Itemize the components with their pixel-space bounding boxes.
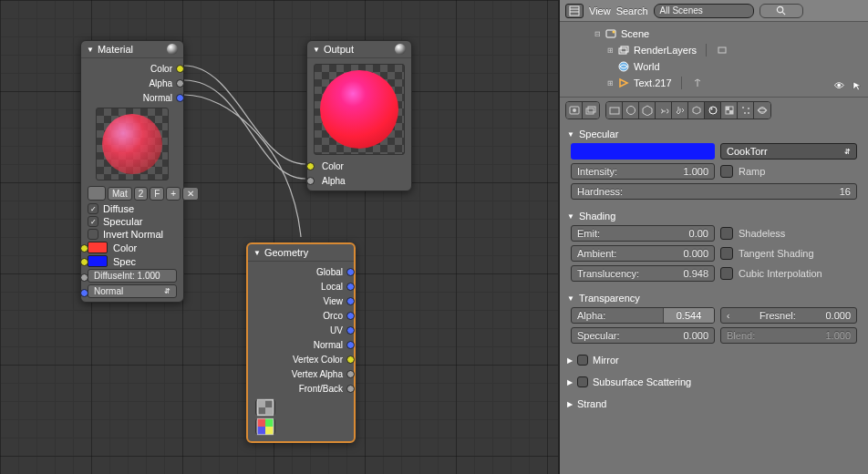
input-diffint-socket[interactable]: DiffuseInt: 1.000 xyxy=(85,268,180,283)
specular-color-field[interactable] xyxy=(571,143,715,160)
collapse-icon[interactable]: ▼ xyxy=(567,130,574,139)
material-unlink-button[interactable]: ✕ xyxy=(182,187,199,201)
properties-context-tabs[interactable] xyxy=(560,98,868,123)
view-menu[interactable]: View xyxy=(589,5,611,16)
output-local-socket[interactable]: Local xyxy=(252,279,350,294)
editor-type-icon[interactable] xyxy=(565,4,584,18)
panel-transparency-header[interactable]: ▼ Transparency xyxy=(565,291,863,305)
output-normal-socket[interactable]: Normal xyxy=(85,90,180,105)
cubic-checkbox[interactable]: Cubic Interpolation xyxy=(720,265,857,282)
tangent-shading-checkbox[interactable]: Tangent Shading xyxy=(720,245,857,262)
expand-icon[interactable]: ⊞ xyxy=(607,79,614,88)
tab-world[interactable] xyxy=(623,102,639,118)
input-color-socket[interactable]: Color xyxy=(311,159,408,173)
tab-physics[interactable] xyxy=(754,102,770,118)
collapse-icon[interactable]: ▼ xyxy=(567,212,574,221)
panel-mirror-header[interactable]: ▶ Mirror xyxy=(565,353,863,367)
input-color-socket[interactable]: Color xyxy=(85,241,180,254)
panel-shading-header[interactable]: ▼ Shading xyxy=(565,209,863,223)
collapse-icon[interactable]: ▼ xyxy=(87,46,94,54)
input-normal-socket[interactable]: Normal ⇵ xyxy=(85,283,180,299)
tab-object[interactable] xyxy=(639,102,656,118)
mirror-enable-checkbox[interactable] xyxy=(577,355,588,366)
output-global-socket[interactable]: Global xyxy=(252,264,350,279)
svg-line-12 xyxy=(782,12,785,15)
node-geometry[interactable]: ▼ Geometry Global Local View Orco UV Nor… xyxy=(246,242,356,443)
specular-ramp-checkbox[interactable]: Ramp xyxy=(720,163,857,180)
input-spec-socket[interactable]: Spec xyxy=(85,254,180,268)
material-add-button[interactable]: + xyxy=(166,187,181,201)
material-fakeuser-button[interactable]: F xyxy=(150,187,164,201)
specular-intensity-field[interactable]: Intensity: 1.000 xyxy=(571,163,715,180)
visibility-icon[interactable] xyxy=(834,80,844,93)
node-editor[interactable]: ▼ Material Color Alpha Normal xyxy=(0,0,558,474)
output-color-socket[interactable]: Color xyxy=(85,61,180,76)
tab-renderlayers[interactable] xyxy=(583,102,599,118)
expand-icon[interactable]: ⊞ xyxy=(607,46,614,55)
data-link-icon[interactable] xyxy=(691,77,704,89)
tab-modifiers[interactable] xyxy=(672,102,688,118)
node-header[interactable]: ▼ Output xyxy=(307,41,411,58)
material-name-field[interactable]: Mat xyxy=(108,187,132,201)
specular-model-dropdown[interactable]: CookTorr ⇵ xyxy=(720,143,857,160)
tab-particles[interactable] xyxy=(738,102,754,118)
expand-icon[interactable]: ⊟ xyxy=(594,30,601,38)
output-alpha-socket[interactable]: Alpha xyxy=(85,76,180,90)
material-icon[interactable] xyxy=(88,186,106,201)
tab-data[interactable] xyxy=(688,102,705,118)
collapse-icon[interactable]: ▼ xyxy=(567,294,574,303)
node-material[interactable]: ▼ Material Color Alpha Normal xyxy=(80,40,184,303)
specular-checkbox[interactable]: ✓Specular xyxy=(85,215,180,228)
invert-normal-checkbox[interactable]: Invert Normal xyxy=(85,228,180,241)
output-frontback-socket[interactable]: Front/Back xyxy=(252,381,350,396)
shadeless-checkbox[interactable]: Shadeless xyxy=(720,225,857,242)
output-normal-socket[interactable]: Normal xyxy=(252,337,350,352)
ambient-field[interactable]: Ambient: 0.000 xyxy=(571,245,715,262)
material-datablock-row[interactable]: Mat 2 F + ✕ xyxy=(85,184,180,202)
node-header[interactable]: ▼ Material xyxy=(81,41,183,58)
renderlayer-link-icon[interactable] xyxy=(716,44,728,57)
output-vcolor-socket[interactable]: Vertex Color xyxy=(252,352,350,366)
sss-enable-checkbox[interactable] xyxy=(577,376,588,387)
emit-field[interactable]: Emit: 0.00 xyxy=(571,225,715,242)
node-output[interactable]: ▼ Output Color Alpha xyxy=(306,40,412,191)
diffuse-int-field[interactable]: DiffuseInt: 1.000 xyxy=(88,269,177,283)
tab-constraints[interactable] xyxy=(656,102,672,118)
transparency-specular-field[interactable]: Specular: 0.000 xyxy=(571,327,715,344)
tab-texture[interactable] xyxy=(721,102,738,118)
output-view-socket[interactable]: View xyxy=(252,294,350,308)
translucency-field[interactable]: Translucency: 0.948 xyxy=(571,265,715,282)
panel-specular-header[interactable]: ▼ Specular xyxy=(565,127,863,141)
diffuse-checkbox[interactable]: ✓Diffuse xyxy=(85,202,180,215)
outliner[interactable]: ⊟ Scene ⊞ RenderLayers ⊞ World ⊞ Text.21… xyxy=(560,22,868,98)
material-users-button[interactable]: 2 xyxy=(134,187,149,201)
specular-hardness-field[interactable]: Hardness: 16 xyxy=(571,183,857,200)
output-uv-socket[interactable]: UV xyxy=(252,323,350,337)
alpha-field[interactable]: Alpha: 0.544 xyxy=(571,307,715,324)
output-orco-socket[interactable]: Orco xyxy=(252,308,350,323)
collapse-icon[interactable]: ▼ xyxy=(313,46,320,54)
vcolor-layer-picker[interactable] xyxy=(255,418,275,435)
output-valpha-socket[interactable]: Vertex Alpha xyxy=(252,366,350,381)
search-menu[interactable]: Search xyxy=(616,5,648,16)
uv-layer-picker[interactable] xyxy=(255,399,275,416)
panel-sss-header[interactable]: ▶ Subsurface Scattering xyxy=(565,375,863,389)
tab-material[interactable] xyxy=(705,102,721,118)
node-header[interactable]: ▼ Geometry xyxy=(248,244,354,262)
panel-strand-header[interactable]: ▶ Strand xyxy=(565,397,863,411)
expand-icon[interactable]: ▶ xyxy=(567,400,573,408)
input-alpha-socket[interactable]: Alpha xyxy=(311,173,408,188)
outliner-scene-row[interactable]: ⊟ Scene xyxy=(594,26,863,42)
outliner-text-row[interactable]: ⊞ Text.217 xyxy=(594,75,863,91)
fresnel-field[interactable]: ‹ Fresnel: 0.000 xyxy=(720,307,857,324)
expand-icon[interactable]: ▶ xyxy=(567,356,573,365)
tab-render[interactable] xyxy=(566,102,583,118)
outliner-renderlayers-row[interactable]: ⊞ RenderLayers xyxy=(594,42,863,58)
tab-scene[interactable] xyxy=(606,102,623,118)
collapse-icon[interactable]: ▼ xyxy=(253,249,261,257)
normal-dropdown[interactable]: Normal ⇵ xyxy=(88,284,177,298)
search-button[interactable] xyxy=(760,4,803,18)
scene-filter-dropdown[interactable]: All Scenes xyxy=(654,4,754,18)
expand-icon[interactable]: ▶ xyxy=(567,378,573,386)
outliner-world-row[interactable]: ⊞ World xyxy=(594,58,863,75)
